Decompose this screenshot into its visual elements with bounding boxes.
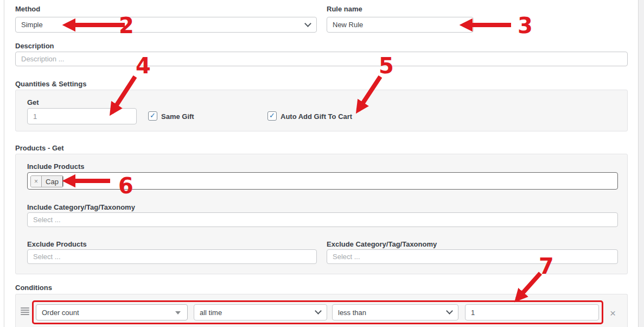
exclude-products-label: Exclude Products	[27, 241, 87, 248]
checkmark-icon: ✓	[150, 112, 156, 119]
annotation-number-3: 3	[518, 15, 533, 36]
same-gift-checkbox[interactable]: ✓	[148, 111, 157, 121]
exclude-products-placeholder: Select ...	[33, 253, 61, 261]
include-category-label: Include Category/Tag/Taxonomy	[27, 204, 135, 211]
condition-operator-select[interactable]: less than	[332, 304, 458, 320]
rule-name-value: New Rule	[333, 21, 363, 29]
condition-value-input[interactable]: 1	[465, 304, 599, 320]
condition-operator-value: less than	[338, 309, 366, 317]
rule-name-label: Rule name	[327, 5, 362, 13]
method-select-value: Simple	[21, 21, 43, 29]
chevron-down-icon	[305, 21, 310, 26]
condition-timeframe-value: all time	[200, 309, 222, 317]
method-select[interactable]: Simple	[15, 17, 317, 33]
condition-field-select[interactable]: Order count	[36, 304, 188, 320]
method-label: Method	[15, 5, 40, 13]
quantities-settings-section-label: Quantities & Settings	[15, 80, 86, 88]
same-gift-label[interactable]: Same Gift	[161, 112, 194, 121]
annotation-number-5: 5	[379, 55, 394, 77]
page-right-gutter	[639, 0, 644, 327]
drag-handle-icon[interactable]	[21, 307, 29, 315]
annotation-number-2: 2	[119, 15, 134, 36]
exclude-category-input[interactable]: Select ...	[327, 249, 618, 264]
include-category-input[interactable]: Select ...	[27, 212, 618, 227]
condition-value: 1	[471, 309, 475, 317]
auto-add-gift-label[interactable]: Auto Add Gift To Cart	[280, 112, 352, 121]
conditions-section-label: Conditions	[15, 284, 52, 292]
exclude-products-input[interactable]: Select ...	[27, 249, 317, 264]
include-category-placeholder: Select ...	[33, 216, 61, 224]
exclude-category-label: Exclude Category/Tag/Taxonomy	[327, 241, 437, 248]
checkmark-icon: ✓	[269, 112, 275, 119]
condition-timeframe-select[interactable]: all time	[194, 304, 327, 320]
selected-product-tag: × Cap	[30, 175, 63, 187]
dropdown-arrow-icon	[175, 311, 181, 315]
get-label: Get	[27, 99, 39, 106]
page-left-border	[4, 0, 4, 327]
products-get-section-label: Products - Get	[15, 144, 64, 152]
exclude-category-placeholder: Select ...	[333, 253, 360, 261]
remove-condition-icon[interactable]: ×	[610, 308, 616, 318]
remove-tag-icon[interactable]: ×	[31, 176, 42, 187]
description-placeholder: Description ...	[21, 55, 64, 63]
condition-field-value: Order count	[42, 309, 79, 317]
chevron-down-icon	[447, 309, 451, 313]
annotation-number-6: 6	[118, 175, 133, 197]
include-products-label: Include Products	[27, 163, 84, 171]
get-quantity-input[interactable]: 1	[27, 108, 137, 124]
page-right-border	[638, 0, 639, 327]
annotation-number-7: 7	[539, 255, 554, 277]
description-label: Description	[15, 42, 54, 50]
description-input[interactable]: Description ...	[15, 52, 628, 66]
rule-name-input[interactable]: New Rule	[327, 17, 474, 33]
annotation-number-4: 4	[136, 55, 151, 77]
auto-add-gift-checkbox[interactable]: ✓	[267, 111, 277, 121]
include-products-input[interactable]: × Cap	[27, 172, 618, 190]
chevron-down-icon	[316, 309, 320, 313]
get-quantity-value: 1	[33, 112, 37, 121]
selected-product-tag-label: Cap	[42, 176, 63, 187]
